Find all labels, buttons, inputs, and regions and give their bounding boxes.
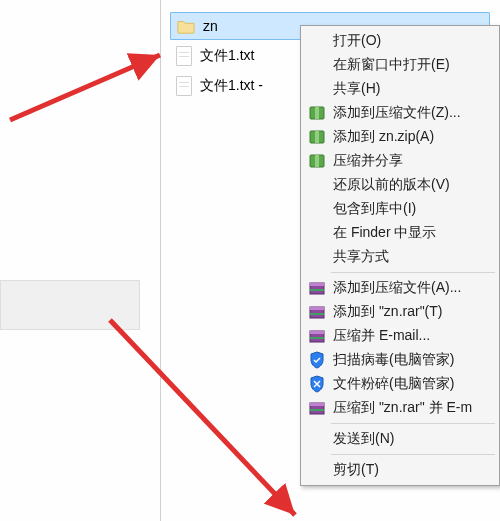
menu-label: 压缩并分享	[333, 152, 403, 170]
menu-scan-virus[interactable]: 扫描病毒(电脑管家)	[303, 348, 497, 372]
menu-label: 在 Finder 中显示	[333, 224, 436, 242]
blank-icon	[307, 32, 327, 50]
menu-restore-previous[interactable]: 还原以前的版本(V)	[303, 173, 497, 197]
svg-rect-5	[315, 131, 319, 143]
menu-label: 压缩并 E-mail...	[333, 327, 430, 345]
blank-icon	[307, 224, 327, 242]
menu-show-in-finder[interactable]: 在 Finder 中显示	[303, 221, 497, 245]
blank-icon	[307, 430, 327, 448]
blank-icon	[307, 461, 327, 479]
menu-label: 共享(H)	[333, 80, 380, 98]
context-menu: 打开(O) 在新窗口中打开(E) 共享(H) 添加到压缩文件(Z)... 添加到…	[300, 25, 500, 486]
archive-icon	[307, 104, 327, 122]
rar-icon	[307, 399, 327, 417]
archive-icon	[307, 128, 327, 146]
svg-rect-7	[315, 155, 319, 167]
svg-rect-15	[310, 331, 324, 334]
menu-share-h[interactable]: 共享(H)	[303, 77, 497, 101]
menu-label: 扫描病毒(电脑管家)	[333, 351, 454, 369]
shield-icon	[307, 351, 327, 369]
folder-icon	[177, 17, 195, 35]
svg-rect-13	[310, 313, 324, 315]
blank-icon	[307, 80, 327, 98]
menu-share-methods[interactable]: 共享方式	[303, 245, 497, 269]
svg-line-0	[10, 55, 160, 120]
svg-rect-12	[310, 307, 324, 310]
menu-open[interactable]: 打开(O)	[303, 29, 497, 53]
menu-label: 包含到库中(I)	[333, 200, 416, 218]
menu-cut[interactable]: 剪切(T)	[303, 458, 497, 482]
menu-label: 添加到 zn.zip(A)	[333, 128, 434, 146]
menu-label: 在新窗口中打开(E)	[333, 56, 450, 74]
menu-include-library[interactable]: 包含到库中(I)	[303, 197, 497, 221]
menu-rar-email-named[interactable]: 压缩到 "zn.rar" 并 E-m	[303, 396, 497, 420]
annotation-arrow-top	[0, 0, 180, 123]
menu-separator	[331, 272, 495, 273]
menu-rar-add-named[interactable]: 添加到 "zn.rar"(T)	[303, 300, 497, 324]
menu-file-shred[interactable]: 文件粉碎(电脑管家)	[303, 372, 497, 396]
menu-label: 添加到压缩文件(Z)...	[333, 104, 461, 122]
menu-label: 剪切(T)	[333, 461, 379, 479]
menu-rar-email[interactable]: 压缩并 E-mail...	[303, 324, 497, 348]
menu-label: 添加到 "zn.rar"(T)	[333, 303, 443, 321]
menu-label: 添加到压缩文件(A)...	[333, 279, 461, 297]
menu-label: 打开(O)	[333, 32, 381, 50]
menu-label: 压缩到 "zn.rar" 并 E-m	[333, 399, 472, 417]
menu-label: 文件粉碎(电脑管家)	[333, 375, 454, 393]
svg-rect-9	[310, 283, 324, 286]
text-file-icon	[176, 76, 192, 96]
svg-rect-16	[310, 337, 324, 339]
menu-compress-share[interactable]: 压缩并分享	[303, 149, 497, 173]
text-file-icon	[176, 46, 192, 66]
menu-separator	[331, 423, 495, 424]
menu-send-to[interactable]: 发送到(N)	[303, 427, 497, 451]
menu-label: 共享方式	[333, 248, 389, 266]
svg-rect-10	[310, 289, 324, 291]
menu-add-to-archive[interactable]: 添加到压缩文件(Z)...	[303, 101, 497, 125]
menu-open-new-window[interactable]: 在新窗口中打开(E)	[303, 53, 497, 77]
folder-label: zn	[203, 18, 218, 34]
file-label: 文件1.txt	[200, 47, 254, 65]
blank-icon	[307, 248, 327, 266]
menu-add-to-named-zip[interactable]: 添加到 zn.zip(A)	[303, 125, 497, 149]
menu-separator	[331, 454, 495, 455]
archive-icon	[307, 152, 327, 170]
rar-icon	[307, 327, 327, 345]
menu-label: 发送到(N)	[333, 430, 394, 448]
panel-separator	[160, 0, 161, 521]
blank-icon	[307, 176, 327, 194]
svg-rect-19	[310, 409, 324, 411]
left-panel-fragment	[0, 280, 140, 330]
rar-icon	[307, 303, 327, 321]
shield-icon	[307, 375, 327, 393]
svg-rect-3	[315, 107, 319, 119]
menu-rar-add[interactable]: 添加到压缩文件(A)...	[303, 276, 497, 300]
menu-label: 还原以前的版本(V)	[333, 176, 450, 194]
file-label: 文件1.txt -	[200, 77, 263, 95]
svg-rect-18	[310, 403, 324, 406]
rar-icon	[307, 279, 327, 297]
blank-icon	[307, 56, 327, 74]
annotation-arrow-bottom	[100, 310, 320, 521]
blank-icon	[307, 200, 327, 218]
svg-line-1	[110, 320, 295, 515]
